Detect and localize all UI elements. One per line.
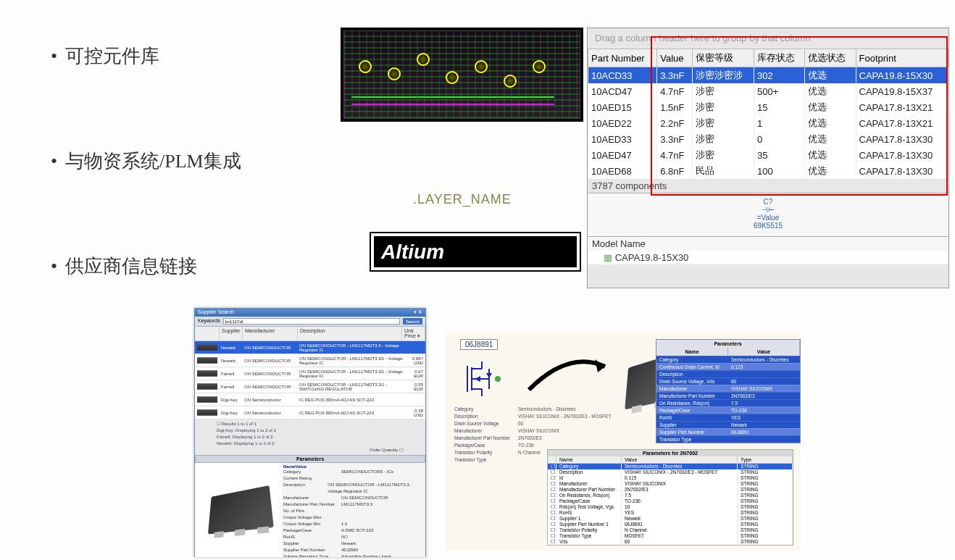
grid-row[interactable]: 10AED222.2nF涉密1优选CAPA17.8-13X21 xyxy=(588,115,948,131)
grid-cell-value: 6.8nF xyxy=(657,163,693,179)
model-value: CAPA19.8-15X30 xyxy=(615,252,689,263)
grid-cell-stock: 500+ xyxy=(754,83,805,99)
lower-row[interactable]: ☐Vds60STRING xyxy=(548,539,793,545)
lower-col-name[interactable]: Name xyxy=(556,456,622,463)
cell-description: ON SEMICONDUCTOR - LM1117MDT3.3G - Volta… xyxy=(298,369,405,378)
window-controls[interactable]: ▾ ✕ xyxy=(414,309,422,316)
lower-col-vis[interactable] xyxy=(548,456,556,463)
grid-cell-stock: 35 xyxy=(754,147,805,163)
lower-row[interactable]: ☐Transistor PolarityN ChannelSTRING xyxy=(548,527,793,533)
status-line-2: Digi-Key: Displaying 1 to 2 of 2 xyxy=(217,427,404,434)
grid-cell-pref: 优选 xyxy=(805,163,856,179)
grid-row[interactable]: 10ACD333.3nF涉密涉密涉302优选CAPA19.8-15X30 xyxy=(588,67,948,84)
lower-row[interactable]: ☐Manufacturer Part Number2N7002/E3STRING xyxy=(548,487,793,493)
cell-supplier: Digi-Key xyxy=(220,398,243,402)
grid-cell-part: 10AED15 xyxy=(588,99,657,115)
param-row: DescriptionON SEMICONDUCTOR - LM1117MDT3… xyxy=(283,482,424,495)
grid-cell-fp: CAPA19.8-15X37 xyxy=(856,83,948,99)
grid-row[interactable]: 10AED333.3nF涉密0优选CAPA17.8-13X30 xyxy=(588,131,948,147)
lower-row[interactable]: ☐CategorySemiconductors - DiscretesSTRIN… xyxy=(548,464,793,469)
bullet-1-text: 可控元件库 xyxy=(65,46,159,67)
supplier-title: Supplier Search xyxy=(198,309,234,316)
supplier-titlebar[interactable]: Supplier Search ▾ ✕ xyxy=(195,309,425,317)
lower-row[interactable]: ☐Package/CaseTO-236STRING xyxy=(548,498,793,504)
grid-cell-fp: CAPA17.8-13X30 xyxy=(856,163,948,179)
grid-cell-secret: 涉密 xyxy=(692,99,754,115)
supplier-row[interactable]: Digi-KeyON SemiconductorIC REG POS 800mA… xyxy=(195,406,425,419)
col-stock[interactable]: 库存状态 xyxy=(754,49,805,67)
blue-row: ManufacturerVISHAY SILICONIX xyxy=(656,385,800,392)
grid-row[interactable]: 10AED151.5nF涉密15优选CAPA17.8-13X21 xyxy=(588,99,948,115)
cell-supplier: Farnell xyxy=(220,372,243,376)
supplier-row[interactable]: Digi-KeyON SemiconductorIC REG POS 800mA… xyxy=(195,393,425,406)
supplier-row[interactable]: FarnellON SEMICONDUCTORON SEMICONDUCTOR … xyxy=(195,367,425,380)
col-value[interactable]: Value xyxy=(657,49,693,67)
supplier-row[interactable]: NewarkON SEMICONDUCTORON SEMICONDUCTOR -… xyxy=(195,354,425,367)
chip-thumb-icon xyxy=(197,395,217,405)
component-grid-panel: Drag a column header here to group by th… xyxy=(587,28,949,288)
blue-row: RoHSYES xyxy=(656,414,800,421)
component-grid[interactable]: Part Number Value 保密等级 库存状态 优选状态 Footpri… xyxy=(588,49,948,179)
col-description[interactable]: Description xyxy=(298,327,402,340)
grid-cell-stock: 100 xyxy=(754,163,805,179)
supplier-row[interactable]: FarnellON SEMICONDUCTORON SEMICONDUCTOR … xyxy=(195,380,425,393)
grid-cell-value: 4.7nF xyxy=(657,147,693,163)
grid-row[interactable]: 10AED686.8nF民品100优选CAPA17.8-13X30 xyxy=(588,163,948,179)
search-button[interactable]: Search xyxy=(403,318,422,325)
col-secret[interactable]: 保密等级 xyxy=(692,49,754,67)
params-lower-table[interactable]: Parameters for 2N7002 Name Value Type ☐C… xyxy=(547,449,793,546)
param-row: Supplier Part Number45J2580 xyxy=(283,547,424,553)
params-blue-table: Parameters Name Value CategorySemiconduc… xyxy=(656,339,801,443)
param-row: ManufacturerON SEMICONDUCTOR xyxy=(283,495,424,501)
cell-price: 0.38 USD xyxy=(405,409,425,417)
col-supplier[interactable]: Supplier xyxy=(220,327,243,340)
lower-row[interactable]: ☐DescriptionVISHAY SILICONIX - 2N7002/E3… xyxy=(548,469,793,475)
lower-row[interactable]: ☐Supplier 1NewarkSTRING xyxy=(548,516,793,522)
col-fp[interactable]: Footprint xyxy=(856,49,948,67)
lower-row[interactable]: ☐Transistor TypeMOSFETSTRING xyxy=(548,533,793,539)
supplier-status: ☐ Results 1 to 1 of 1 Digi-Key: Displayi… xyxy=(195,419,425,455)
grid-cell-part: 10ACD33 xyxy=(588,67,657,84)
grid-cell-part: 10AED22 xyxy=(588,115,657,131)
cell-description: ON SEMICONDUCTOR - LM1117MDT3.3G - Volta… xyxy=(298,356,405,365)
keywords-input[interactable] xyxy=(223,318,400,325)
col-manufacturer[interactable]: Manufacturer xyxy=(243,327,298,340)
blue-col-value: Value xyxy=(728,348,800,356)
lower-row[interactable]: ☐Supplier Part Number 106J8891STRING xyxy=(548,522,793,527)
lower-row[interactable]: ☐RoHSYESSTRING xyxy=(548,510,793,516)
lower-row[interactable]: ☐Id0.115STRING xyxy=(548,475,793,481)
lower-head[interactable]: Name Value Type xyxy=(548,456,793,464)
cell-supplier: Farnell xyxy=(220,385,243,389)
col-part[interactable]: Part Number xyxy=(588,49,657,67)
lower-col-value[interactable]: Value xyxy=(622,456,738,463)
cell-price: 0.55 EUR xyxy=(405,383,425,391)
arrow-icon xyxy=(525,346,612,397)
cell-manufacturer: ON Semiconductor xyxy=(243,398,298,402)
lower-row[interactable]: ☐Rds(on) Test Voltage, Vgs10STRING xyxy=(548,504,793,510)
lower-col-type[interactable]: Type xyxy=(738,456,793,463)
grid-cell-part: 10AED47 xyxy=(588,147,657,163)
cell-price: 0.67 EUR xyxy=(405,369,425,378)
supplier-params-area: NameValue CategorySEMICONDUCTORS - ICsCu… xyxy=(195,463,425,557)
chip-3d-icon xyxy=(208,485,274,534)
grid-cell-value: 2.2nF xyxy=(657,115,693,131)
bullet-1: •可控元件库 xyxy=(51,43,241,69)
grid-header-row[interactable]: Part Number Value 保密等级 库存状态 优选状态 Footpri… xyxy=(588,49,948,67)
bullet-2: •与物资系统/PLM集成 xyxy=(51,149,241,174)
lower-row[interactable]: ☐On Resistance, Rds(on)7.5STRING xyxy=(548,493,793,498)
grid-cell-fp: CAPA19.8-15X30 xyxy=(856,67,948,84)
supplier-row[interactable]: NewarkON SEMICONDUCTORON SEMICONDUCTOR -… xyxy=(195,341,425,354)
component-detail-panel: 06J8891 Parameters Name Value Categ xyxy=(446,333,801,551)
status-line-1: ☐ Results 1 to 1 of 1 xyxy=(217,421,404,427)
supplier-grid-header[interactable]: Supplier Manufacturer Description Unit P… xyxy=(195,327,425,341)
model-row[interactable]: ▦ CAPA19.8-15X30 xyxy=(588,251,948,264)
blue-title: Parameters xyxy=(656,340,800,348)
grid-row[interactable]: 10ACD474.7nF涉密500+优选CAPA19.8-15X37 xyxy=(588,83,948,99)
col-pref[interactable]: 优选状态 xyxy=(805,49,856,67)
detail-part-number[interactable]: 06J8891 xyxy=(460,339,498,350)
lower-row[interactable]: ☐ManufacturerVISHAY SILICONIXSTRING xyxy=(548,481,793,487)
grid-row[interactable]: 10AED474.7nF涉密35优选CAPA17.8-13X30 xyxy=(588,147,948,163)
grid-cell-secret: 涉密 xyxy=(692,147,754,163)
col-price[interactable]: Unit Price ▾ xyxy=(402,327,425,340)
altium-logo-box: Altium xyxy=(370,232,581,272)
